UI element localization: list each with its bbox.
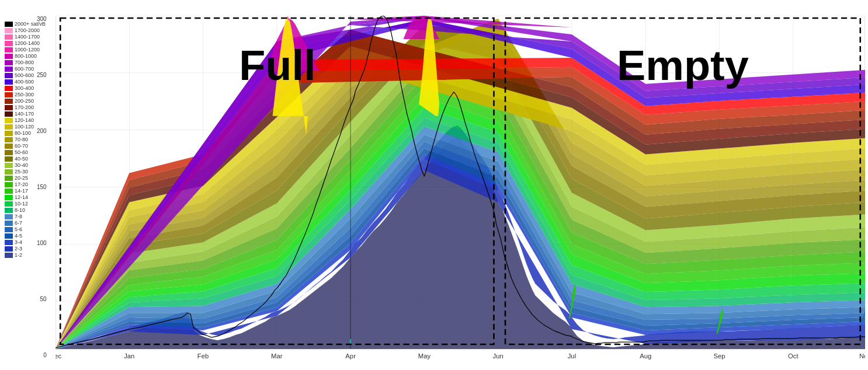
- y-label-250: 250: [37, 72, 48, 78]
- y-label-100: 100: [37, 240, 48, 246]
- legend-label: 400-500: [15, 79, 34, 85]
- legend-color-swatch: [5, 99, 13, 104]
- svg-text:Full: Full: [239, 42, 315, 89]
- legend-label: 250-300: [15, 92, 34, 97]
- legend-color-swatch: [5, 169, 13, 174]
- legend-color-swatch: [5, 73, 13, 78]
- legend-label: 300-400: [15, 85, 34, 91]
- legend-color-swatch: [5, 105, 13, 110]
- legend-label: 3-4: [15, 239, 22, 245]
- chart-title: [0, 0, 868, 4]
- svg-text:Jun: Jun: [493, 352, 504, 359]
- legend-color-swatch: [5, 201, 13, 207]
- legend-color-swatch: [5, 54, 13, 59]
- svg-text:Empty: Empty: [617, 42, 749, 89]
- legend-color-swatch: [5, 67, 13, 72]
- svg-text:May: May: [418, 352, 431, 359]
- legend-color-swatch: [5, 92, 13, 97]
- legend-label: 14-17: [15, 188, 28, 194]
- legend-label: 1000-1200: [15, 47, 40, 53]
- y-label-0: 0: [43, 352, 48, 358]
- legend-label: 17-20: [15, 181, 28, 187]
- legend-color-swatch: [5, 221, 13, 226]
- legend-color-swatch: [5, 227, 13, 232]
- legend-color-swatch: [5, 124, 13, 130]
- legend-label: 5-6: [15, 226, 22, 232]
- svg-text:Aug: Aug: [640, 352, 651, 359]
- legend-label: 50-60: [15, 149, 28, 155]
- legend-color-swatch: [5, 47, 13, 53]
- chart-svg: Dec Jan Feb Mar Apr May Jun Jul Aug Sep …: [55, 16, 865, 359]
- legend-color-swatch: [5, 118, 13, 123]
- legend-color-swatch: [5, 86, 13, 91]
- legend-label: 40-50: [15, 156, 28, 162]
- legend-color-swatch: [5, 156, 13, 162]
- y-label-50: 50: [40, 296, 48, 302]
- svg-text:Nov: Nov: [859, 352, 865, 359]
- legend-color-swatch: [5, 240, 13, 245]
- legend-color-swatch: [5, 233, 13, 239]
- legend-label: 7-8: [15, 214, 22, 219]
- legend-label: 70-80: [15, 137, 28, 142]
- chart-body: 2000+ sat/vB1700-20001400-17001200-14001…: [0, 13, 868, 370]
- y-label-150: 150: [37, 184, 48, 190]
- svg-text:Sep: Sep: [713, 352, 725, 359]
- legend-color-swatch: [5, 144, 13, 149]
- legend-label: 8-10: [15, 207, 25, 213]
- legend-color-swatch: [5, 150, 13, 155]
- legend-color-swatch: [5, 208, 13, 213]
- legend-label: 1700-2000: [15, 27, 40, 33]
- legend-label: 2-3: [15, 246, 22, 252]
- legend-label: 20-25: [15, 175, 28, 181]
- legend-label: 12-14: [15, 194, 28, 200]
- legend-color-swatch: [5, 195, 13, 200]
- legend-color-swatch: [5, 214, 13, 219]
- legend-label: 1400-1700: [15, 34, 40, 40]
- svg-text:Dec: Dec: [55, 352, 61, 359]
- legend-label: 800-1000: [15, 53, 37, 59]
- y-label-300: 300: [37, 16, 48, 22]
- legend-color-swatch: [5, 22, 13, 27]
- legend-color-swatch: [5, 111, 13, 117]
- legend-color-swatch: [5, 79, 13, 85]
- legend-color-swatch: [5, 34, 13, 40]
- chart-container: 2000+ sat/vB1700-20001400-17001200-14001…: [0, 0, 868, 370]
- legend-label: 10-12: [15, 201, 28, 207]
- legend-color-swatch: [5, 253, 13, 258]
- legend-label: 25-30: [15, 169, 28, 174]
- legend-label: 6-7: [15, 220, 22, 226]
- legend-label: 100-120: [15, 124, 34, 130]
- svg-text:Mar: Mar: [271, 352, 283, 359]
- legend-label: 600-700: [15, 66, 34, 72]
- legend-color-swatch: [5, 28, 13, 33]
- legend-color-swatch: [5, 137, 13, 142]
- legend-label: 200-250: [15, 98, 34, 104]
- legend-label: 60-70: [15, 143, 28, 149]
- legend-color-swatch: [5, 131, 13, 136]
- legend-color-swatch: [5, 246, 13, 252]
- svg-text:Apr: Apr: [345, 352, 356, 359]
- svg-text:Oct: Oct: [788, 352, 798, 359]
- legend-label: 30-40: [15, 162, 28, 168]
- y-label-200: 200: [37, 128, 48, 134]
- legend-label: 500-600: [15, 72, 34, 78]
- svg-text:Jul: Jul: [568, 352, 576, 359]
- legend-label: 700-800: [15, 60, 34, 65]
- legend-label: 80-100: [15, 130, 31, 136]
- legend-label: 120-140: [15, 117, 34, 123]
- legend-label: 1-2: [15, 252, 22, 258]
- legend-label: 1200-1400: [15, 40, 40, 46]
- legend-color-swatch: [5, 41, 13, 46]
- legend-label: 140-170: [15, 111, 34, 117]
- svg-text:Jan: Jan: [124, 352, 134, 359]
- legend-label: 170-200: [15, 104, 34, 110]
- legend-color-swatch: [5, 189, 13, 194]
- legend-color-swatch: [5, 163, 13, 168]
- legend-label: 4-5: [15, 233, 22, 239]
- legend-color-swatch: [5, 176, 13, 181]
- svg-text:Feb: Feb: [197, 352, 209, 359]
- legend-color-swatch: [5, 182, 13, 187]
- legend-color-swatch: [5, 60, 13, 65]
